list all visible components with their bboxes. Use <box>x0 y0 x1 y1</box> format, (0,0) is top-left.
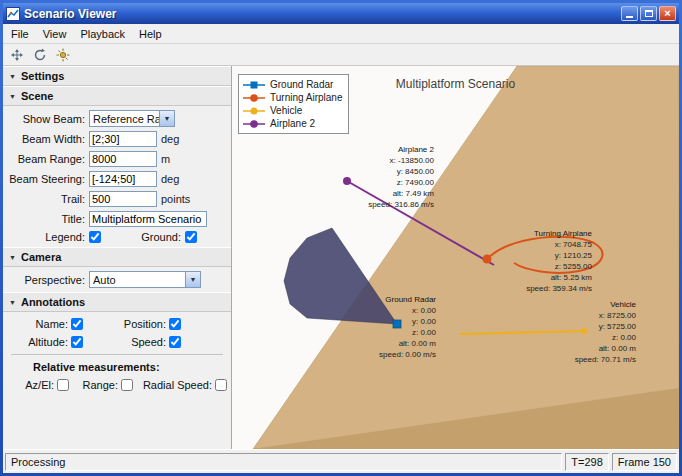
beam-range-input[interactable] <box>89 151 157 167</box>
camera-pan-button[interactable] <box>7 46 27 64</box>
annotation-alt: alt: 0.00 m <box>366 338 436 349</box>
scene-section-header[interactable]: ▼ Scene <box>3 86 231 106</box>
legend-label: Legend: <box>9 231 85 243</box>
camera-rotate-icon <box>33 48 47 62</box>
camera-pan-icon <box>10 48 24 62</box>
minimize-button[interactable] <box>621 6 638 21</box>
annotation-z: z: 5255.00 <box>486 261 592 272</box>
menubar: File View Playback Help <box>3 24 679 44</box>
annotation-y: y: 1210.25 <box>486 250 592 261</box>
scene-title-input[interactable] <box>89 211 207 227</box>
annotation-airplane2: Airplane 2 x: -13850.00 y: 8450.00 z: 74… <box>348 144 434 210</box>
maximize-button[interactable] <box>640 6 657 21</box>
annotation-name: Ground Radar <box>366 294 436 305</box>
trail-row: Trail: points <box>9 191 225 207</box>
settings-header[interactable]: ▼ Settings <box>3 66 231 86</box>
menu-file[interactable]: File <box>4 26 36 42</box>
chevron-down-icon[interactable]: ▼ <box>185 272 200 287</box>
beam-steering-input[interactable] <box>89 171 157 187</box>
show-beam-value: Reference Radar <box>90 113 159 125</box>
chevron-down-icon: ▼ <box>9 254 16 261</box>
perspective-row: Perspective: Auto ▼ <box>9 271 225 288</box>
range-checkbox[interactable] <box>121 379 133 391</box>
status-frame: Frame 150 <box>612 453 677 471</box>
beam-range-label: Beam Range: <box>9 153 85 165</box>
menu-view[interactable]: View <box>36 26 74 42</box>
settings-panel: ▼ Settings ▼ Scene Show Beam: Reference … <box>3 66 232 449</box>
plot-legend[interactable]: Ground Radar Turning Airplane Vehicle <box>238 74 349 134</box>
titlebar-buttons: × <box>621 6 676 21</box>
titlebar[interactable]: Scenario Viewer × <box>3 3 679 24</box>
scenario-viewer-window: Scenario Viewer × File View Playback Hel… <box>0 0 682 476</box>
annotation-z: z: 7490.00 <box>348 177 434 188</box>
legend-airplane2-icon <box>242 119 266 129</box>
camera-section-header[interactable]: ▼ Camera <box>3 247 231 267</box>
annotations-section-header[interactable]: ▼ Annotations <box>3 292 231 312</box>
legend-ground-row: Legend: Ground: <box>9 231 225 243</box>
beam-width-label: Beam Width: <box>9 133 85 145</box>
annotation-z: z: 0.00 <box>366 327 436 338</box>
camera-rotate-button[interactable] <box>30 46 50 64</box>
window-icon <box>6 7 20 21</box>
chevron-down-icon: ▼ <box>9 299 16 306</box>
annotation-x: x: 0.00 <box>366 305 436 316</box>
menu-help[interactable]: Help <box>132 26 169 42</box>
annotation-name: Turning Airplane <box>486 228 592 239</box>
annotation-x: x: 8725.00 <box>562 310 636 321</box>
statusbar: Processing T=298 Frame 150 <box>3 449 679 473</box>
altitude-checkbox[interactable] <box>71 336 83 348</box>
legend-item: Vehicle <box>242 104 342 117</box>
beam-width-unit: deg <box>161 133 179 145</box>
minimize-icon <box>626 16 633 18</box>
scene-title-label: Title: <box>9 213 85 225</box>
annotation-ground-radar: Ground Radar x: 0.00 y: 0.00 z: 0.00 alt… <box>366 294 436 360</box>
annotation-x: x: -13850.00 <box>348 155 434 166</box>
annotation-speed: speed: 359.34 m/s <box>486 283 592 294</box>
show-beam-row: Show Beam: Reference Radar ▼ <box>9 110 225 127</box>
trail-input[interactable] <box>89 191 157 207</box>
beam-width-input[interactable] <box>89 131 157 147</box>
legend-checkbox[interactable] <box>89 231 101 243</box>
ground-checkbox[interactable] <box>185 231 197 243</box>
trail-unit: points <box>161 193 190 205</box>
main-content: ▼ Settings ▼ Scene Show Beam: Reference … <box>3 66 679 449</box>
annotation-name: Vehicle <box>562 299 636 310</box>
beam-width-row: Beam Width: deg <box>9 131 225 147</box>
legend-ground-radar-icon <box>242 80 266 90</box>
legend-turning-airplane-icon <box>242 93 266 103</box>
relative-measurements-row: Az/El: Range: Radial Speed: <box>7 379 227 391</box>
position-label: Position: <box>124 318 169 330</box>
radial-speed-checkbox[interactable] <box>215 379 227 391</box>
chevron-down-icon: ▼ <box>9 73 16 80</box>
perspective-label: Perspective: <box>9 274 85 286</box>
legend-item: Airplane 2 <box>242 117 342 130</box>
name-checkbox[interactable] <box>71 318 83 330</box>
scene-light-button[interactable] <box>53 46 73 64</box>
annotation-alt: alt: 5.25 km <box>486 272 592 283</box>
altitude-speed-row: Altitude: Speed: <box>9 336 225 348</box>
ground-label: Ground: <box>135 231 181 243</box>
close-button[interactable]: × <box>659 6 676 21</box>
altitude-label: Altitude: <box>28 336 71 348</box>
legend-vehicle-icon <box>242 106 266 116</box>
legend-item: Ground Radar <box>242 78 342 91</box>
plot-area[interactable]: Multiplatform Scenario Ground Radar Turn… <box>232 66 679 449</box>
azel-label: Az/El: <box>25 379 57 391</box>
scene-section-label: Scene <box>21 90 53 102</box>
annotation-vehicle: Vehicle x: 8725.00 y: 5725.00 z: 0.00 al… <box>562 299 636 365</box>
show-beam-label: Show Beam: <box>9 113 85 125</box>
speed-checkbox[interactable] <box>169 336 181 348</box>
menu-playback[interactable]: Playback <box>73 26 132 42</box>
beam-range-unit: m <box>161 153 170 165</box>
window-title: Scenario Viewer <box>24 7 617 21</box>
annotations-section-label: Annotations <box>21 296 85 308</box>
show-beam-select[interactable]: Reference Radar ▼ <box>89 110 175 127</box>
annotation-y: y: 0.00 <box>366 316 436 327</box>
chevron-down-icon[interactable]: ▼ <box>159 111 174 126</box>
azel-checkbox[interactable] <box>57 379 69 391</box>
position-checkbox[interactable] <box>169 318 181 330</box>
beam-range-row: Beam Range: m <box>9 151 225 167</box>
toolbar <box>3 44 679 66</box>
perspective-select[interactable]: Auto ▼ <box>89 271 201 288</box>
beam-steering-unit: deg <box>161 173 179 185</box>
